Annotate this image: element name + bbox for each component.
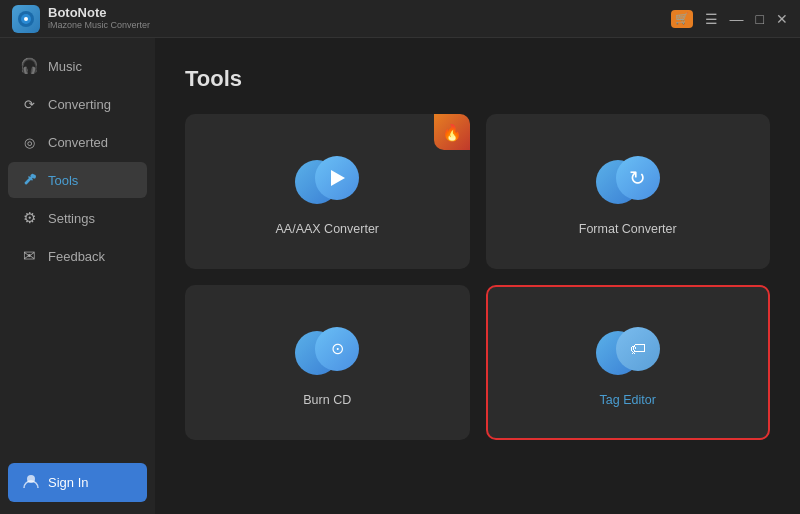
content-area: Tools 🔥 AA/AAX Converter: [155, 38, 800, 514]
app-branding: BotoNote iMazone Music Converter: [12, 5, 150, 33]
signin-avatar-icon: [22, 472, 40, 493]
app-name-block: BotoNote iMazone Music Converter: [48, 6, 150, 30]
new-badge: 🔥: [434, 114, 470, 150]
sidebar-item-converted[interactable]: ◎ Converted: [8, 124, 147, 160]
tool-card-burn-cd[interactable]: ⊙ Burn CD: [185, 285, 470, 440]
sidebar-label-converted: Converted: [48, 135, 108, 150]
signin-label: Sign In: [48, 475, 88, 490]
sidebar-item-feedback[interactable]: ✉ Feedback: [8, 238, 147, 274]
tag-editor-label: Tag Editor: [600, 393, 656, 407]
app-name: BotoNote: [48, 6, 150, 20]
music-icon: 🎧: [20, 57, 38, 75]
main-layout: 🎧 Music ⟳ Converting ◎ Converted Tools: [0, 38, 800, 514]
aa-aax-label: AA/AAX Converter: [275, 222, 379, 236]
format-label: Format Converter: [579, 222, 677, 236]
tool-card-format[interactable]: ↻ Format Converter: [486, 114, 771, 269]
tools-grid: 🔥 AA/AAX Converter: [185, 114, 770, 440]
app-logo: [12, 5, 40, 33]
sidebar-label-feedback: Feedback: [48, 249, 105, 264]
minimize-icon[interactable]: —: [730, 11, 744, 27]
sidebar-item-tools[interactable]: Tools: [8, 162, 147, 198]
cart-icon[interactable]: 🛒: [671, 10, 693, 28]
sidebar-item-music[interactable]: 🎧 Music: [8, 48, 147, 84]
sidebar-bottom: Sign In: [0, 453, 155, 514]
close-icon[interactable]: ✕: [776, 11, 788, 27]
converted-icon: ◎: [20, 133, 38, 151]
app-subtitle: iMazone Music Converter: [48, 21, 150, 31]
sidebar-label-tools: Tools: [48, 173, 78, 188]
svg-point-2: [24, 17, 28, 21]
sidebar: 🎧 Music ⟳ Converting ◎ Converted Tools: [0, 38, 155, 514]
sidebar-nav: 🎧 Music ⟳ Converting ◎ Converted Tools: [0, 48, 155, 453]
menu-icon[interactable]: ☰: [705, 11, 718, 27]
settings-icon: ⚙: [20, 209, 38, 227]
sidebar-label-settings: Settings: [48, 211, 95, 226]
tool-card-aa-aax[interactable]: 🔥 AA/AAX Converter: [185, 114, 470, 269]
burn-cd-icon: ⊙: [295, 327, 359, 379]
tag-editor-icon: 🏷: [596, 327, 660, 379]
tool-card-tag-editor[interactable]: 🏷 Tag Editor: [486, 285, 771, 440]
titlebar: BotoNote iMazone Music Converter 🛒 ☰ — □…: [0, 0, 800, 38]
titlebar-controls: 🛒 ☰ — □ ✕: [671, 10, 788, 28]
signin-button[interactable]: Sign In: [8, 463, 147, 502]
sidebar-item-converting[interactable]: ⟳ Converting: [8, 86, 147, 122]
sidebar-item-settings[interactable]: ⚙ Settings: [8, 200, 147, 236]
feedback-icon: ✉: [20, 247, 38, 265]
burn-cd-label: Burn CD: [303, 393, 351, 407]
tools-icon: [20, 171, 38, 189]
aa-aax-icon: [295, 156, 359, 208]
maximize-icon[interactable]: □: [756, 11, 764, 27]
sidebar-label-music: Music: [48, 59, 82, 74]
converting-icon: ⟳: [20, 95, 38, 113]
sidebar-label-converting: Converting: [48, 97, 111, 112]
page-title: Tools: [185, 66, 770, 92]
format-icon: ↻: [596, 156, 660, 208]
